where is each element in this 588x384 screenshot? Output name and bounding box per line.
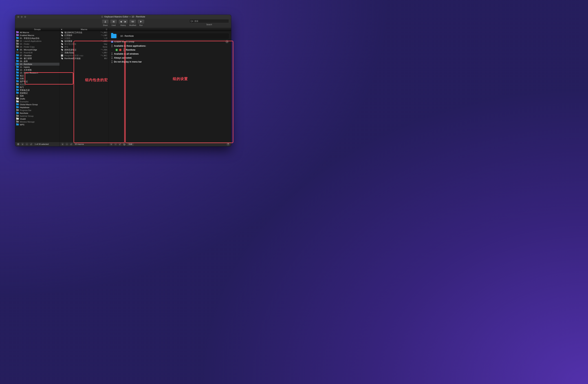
group-row[interactable]: 04 - Finder Copy — [15, 45, 60, 48]
shortcut-label: ^⌥⌘C — [101, 54, 107, 57]
groups-header[interactable]: Groups — [15, 28, 60, 31]
macro-row[interactable]: 划词搜索^⌥⌘S — [60, 40, 108, 42]
group-row[interactable]: 葫芦笔记 — [15, 80, 60, 83]
group-row[interactable]: RemNote — [15, 112, 60, 115]
stepper-icon[interactable] — [111, 61, 113, 63]
window-titlebar: Keyboard Maestro Editor — 10 - RemNote — [15, 15, 231, 19]
group-row[interactable]: Switcher Group — [15, 115, 60, 118]
group-row[interactable]: Window Manage — [15, 120, 60, 123]
group-row[interactable]: 03 - Finder — [15, 42, 60, 45]
stepper-icon[interactable] — [111, 57, 113, 59]
svg-rect-16 — [62, 46, 63, 48]
macros-list[interactable]: 笔记转钉钉工作日志^⌥⌘G打开附件^⌥⌘F分隔线⌥D划词搜索^⌥⌘S每日笔记模板… — [60, 31, 108, 142]
group-row[interactable]: 02 - Launch Applications — [15, 40, 60, 42]
group-row[interactable]: 10 - RemNote — [15, 63, 60, 66]
share-button[interactable]: Share — [102, 20, 109, 26]
group-row[interactable]: 练习 — [15, 86, 60, 89]
group-row[interactable]: Examples — [15, 100, 60, 103]
svg-rect-14 — [62, 44, 63, 45]
group-row[interactable]: Drafts — [15, 97, 60, 100]
group-row[interactable]: 01 - 常驻后台App启动 — [15, 37, 60, 40]
group-row[interactable]: Heptabase — [15, 106, 60, 109]
run-button[interactable]: Run — [138, 20, 145, 26]
detail-header — [108, 28, 231, 31]
sort-desc-icon[interactable]: ▽ — [106, 28, 107, 30]
enable-checkbox[interactable]: ✓ — [111, 40, 113, 43]
macro-row[interactable]: RemNote图片粘贴⌘V — [60, 57, 108, 60]
macro-row[interactable]: 打开附件^⌥⌘F — [60, 34, 108, 37]
macro-row[interactable]: 评论None — [60, 45, 108, 48]
macro-row[interactable]: 分隔线⌥D — [60, 37, 108, 40]
group-row[interactable]: 思源笔记 — [15, 92, 60, 94]
shortcut-label: ^⌥⌘S — [101, 40, 107, 42]
group-row[interactable]: 11 - logseq — [15, 66, 60, 68]
macro-icon — [61, 43, 63, 45]
macro-icon — [61, 34, 63, 36]
macro-icon — [61, 49, 63, 51]
macro-row[interactable]: 每日笔记模板!day — [60, 42, 108, 45]
add-macro-button[interactable]: + — [61, 142, 64, 146]
edit-button[interactable]: Edit — [127, 142, 134, 146]
group-row[interactable]: 归档 — [15, 77, 60, 80]
group-row[interactable]: Progress Bar — [15, 109, 60, 112]
record-button[interactable]: ◎ — [123, 142, 126, 146]
app-stepper-icon[interactable] — [123, 49, 125, 51]
group-row[interactable]: 笔记 — [15, 74, 60, 77]
add-app-button[interactable]: + — [115, 49, 118, 51]
group-row[interactable]: 09 - 效率 — [15, 60, 60, 63]
add-action-button[interactable]: + — [110, 142, 113, 146]
modified-button[interactable]: Modified — [129, 20, 136, 26]
group-row[interactable]: WPS — [15, 123, 60, 126]
group-row[interactable]: All Macros — [15, 31, 60, 34]
macro-row[interactable]: 笔记转钉钉工作日志^⌥⌘G — [60, 31, 108, 34]
svg-rect-2 — [105, 22, 106, 22]
group-name-field[interactable]: 10 - RemNote — [118, 34, 229, 39]
used-button[interactable]: ⌘ Used — [110, 20, 117, 26]
shortcut-label: ⌥D — [104, 37, 107, 39]
macros-column: ▼ Macros ▽ 笔记转钉钉工作日志^⌥⌘G打开附件^⌥⌘F分隔线⌥D划词搜… — [60, 28, 108, 142]
remove-group-button[interactable]: − — [25, 142, 28, 146]
shortcut-label: ^⌥⌘F — [101, 34, 107, 36]
enable-macro-button[interactable]: ✓ — [70, 142, 73, 146]
history-button[interactable]: ◀▶ History — [119, 20, 128, 26]
macro-row[interactable]: 无格式粘贴⌥⌘V — [60, 51, 108, 54]
group-row[interactable]: 我来 — [15, 94, 60, 97]
group-row[interactable]: 苹果备忘录 — [15, 89, 60, 92]
gear-button[interactable] — [17, 142, 20, 146]
toolbar: Share ⌘ Used ◀▶ History Modified Run — [15, 19, 231, 28]
stepper-icon[interactable] — [111, 45, 113, 47]
group-row[interactable]: 精选宏 — [15, 83, 60, 86]
remove-action-button[interactable]: − — [114, 142, 117, 146]
sort-asc-icon[interactable]: ▼ — [61, 28, 63, 30]
svg-point-4 — [133, 21, 134, 22]
remove-app-button[interactable]: − — [119, 49, 122, 51]
available-apps-label: Available in these applications: — [114, 45, 146, 47]
group-row[interactable]: Global Macro Group — [15, 103, 60, 106]
toggle-action-button[interactable]: ✓ — [118, 142, 122, 146]
group-row[interactable]: 12 - 文本替换 — [15, 68, 60, 71]
macros-header[interactable]: ▼ Macros ▽ — [60, 28, 108, 31]
shortcut-label: ⌥⌘V — [102, 52, 107, 54]
group-row[interactable]: 06 - RoamEdit — [15, 51, 60, 54]
help-icon[interactable]: ? — [225, 40, 229, 43]
editor-body: Groups All MacrosEnabled Macros01 - 常驻后台… — [15, 28, 231, 142]
help-icon[interactable]: ? — [227, 142, 230, 146]
enable-toggle-button[interactable]: ✓ — [30, 142, 33, 146]
macro-row[interactable]: MarginNote剪报 copy^⌥⌘C — [60, 54, 108, 57]
group-row[interactable]: Enabled Macros — [15, 34, 60, 37]
search-input[interactable]: Q▾ 搜索 — [189, 19, 229, 23]
group-row[interactable]: Vivaldi — [15, 118, 60, 120]
shortcut-label: None — [103, 46, 107, 48]
macro-row[interactable]: 跳转思源笔记^⌥⌘A — [60, 48, 108, 51]
window-title: Keyboard Maestro Editor — 10 - RemNote — [105, 16, 145, 18]
group-row[interactable]: 08 - 窗口管理 — [15, 57, 60, 60]
group-row[interactable]: 13 - Roam Research — [15, 71, 60, 74]
group-folder-icon[interactable] — [111, 34, 116, 38]
no-menubar-label: Do not display in menu bar — [114, 61, 142, 63]
add-group-button[interactable]: + — [21, 142, 24, 146]
group-row[interactable]: 05 - Microsoft Edge — [15, 48, 60, 51]
remove-macro-button[interactable]: − — [65, 142, 68, 146]
group-row[interactable]: 07 - Obsidian — [15, 54, 60, 57]
stepper-icon[interactable] — [111, 53, 113, 55]
groups-list[interactable]: All MacrosEnabled Macros01 - 常驻后台App启动02… — [15, 31, 60, 142]
